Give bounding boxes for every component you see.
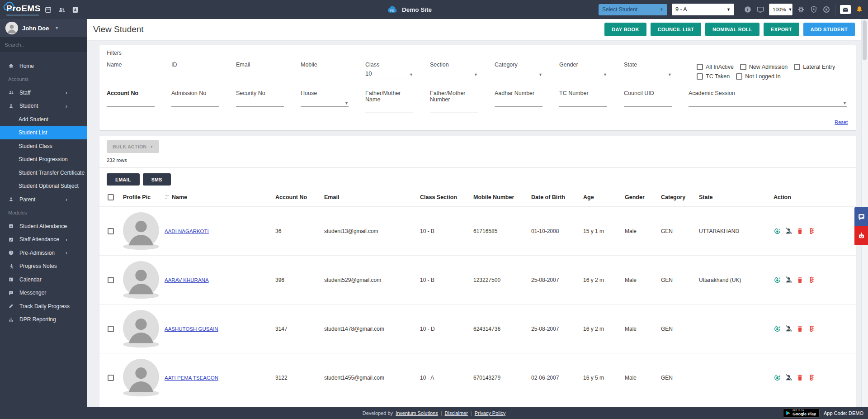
row-checkbox[interactable] <box>108 277 114 283</box>
checkbox-tc-taken[interactable]: TC Taken <box>697 73 730 80</box>
sidebar-item-staff-attendance[interactable]: Staff Attendance› <box>0 233 87 247</box>
traffic-light-icon[interactable] <box>807 374 815 381</box>
sidebar-item-calendar[interactable]: Calendar <box>0 273 87 286</box>
reset-password-icon[interactable] <box>774 227 781 235</box>
sidebar-item-staff[interactable]: Staff› <box>0 86 87 100</box>
filter-input-section[interactable]: ▼ <box>430 68 478 78</box>
notification-bell-icon[interactable] <box>855 5 863 14</box>
sidebar-item-student-progression[interactable]: Student Progression <box>0 153 87 167</box>
sort-icon[interactable] <box>165 195 170 200</box>
privacy-policy-link[interactable]: Privacy Policy <box>475 410 505 416</box>
filter-input-security-no[interactable] <box>236 96 284 107</box>
bulk-action-button[interactable]: BULK ACTION ▼ <box>107 140 159 153</box>
zoom-select[interactable]: 100% ▼ <box>769 4 793 15</box>
settings-gear-icon[interactable] <box>797 5 805 14</box>
student-name-link[interactable]: AATI PEMA TSEAGON <box>165 375 218 381</box>
checkbox-new-admission[interactable]: New Admission <box>740 64 788 70</box>
filter-input-house[interactable]: ▼ <box>301 96 349 107</box>
filter-input-father-mother-number[interactable] <box>430 103 478 113</box>
traffic-light-icon[interactable] <box>807 227 815 235</box>
sidebar-item-progress-notes[interactable]: Progress Notes <box>0 260 87 273</box>
reset-password-icon[interactable] <box>774 276 781 284</box>
app-logo[interactable]: ProEMS <box>6 4 41 16</box>
deactivate-user-icon[interactable] <box>785 276 793 284</box>
sidebar-item-student-class[interactable]: Student Class <box>0 139 87 153</box>
row-checkbox[interactable] <box>108 375 114 381</box>
filter-input-email[interactable] <box>236 68 284 78</box>
mail-icon[interactable] <box>840 5 851 14</box>
filter-input-id[interactable] <box>171 68 219 78</box>
deactivate-user-icon[interactable] <box>785 374 793 381</box>
checkbox-box[interactable] <box>697 64 703 70</box>
checkbox-box[interactable] <box>736 73 742 80</box>
google-play-badge[interactable]: GET IT ON Google Play <box>783 409 820 418</box>
sidebar-item-dpr-reporting[interactable]: DPR Reporting <box>0 313 87 327</box>
id-card-shortcut-icon[interactable] <box>71 6 79 14</box>
student-name-link[interactable]: AARAV KHURANA <box>165 277 209 283</box>
scrollbar-thumb[interactable] <box>863 20 867 60</box>
reset-password-icon[interactable] <box>774 325 781 333</box>
delete-icon[interactable] <box>796 227 804 235</box>
reset-filters-link[interactable]: Reset <box>835 119 848 125</box>
email-button[interactable]: EMAIL <box>107 173 140 186</box>
sidebar-item-student-list[interactable]: Student List <box>0 126 87 140</box>
add-student-button[interactable]: ADD STUDENT <box>803 23 855 36</box>
checkbox-lateral-entry[interactable]: Lateral Entry <box>794 64 835 70</box>
filter-input-admission-no[interactable] <box>171 96 219 107</box>
filter-input-father-mother-name[interactable] <box>365 103 413 113</box>
delete-icon[interactable] <box>796 276 804 284</box>
sidebar-item-messenger[interactable]: Messenger <box>0 286 87 300</box>
select-student-dropdown[interactable]: Select Student ▼ <box>599 4 667 15</box>
class-section-select[interactable]: 9 - A ▼ <box>672 4 734 15</box>
theme-icon[interactable] <box>822 5 830 14</box>
sidebar-item-student-transfer-certificate[interactable]: Student Transfer Certificate <box>0 166 87 180</box>
select-all-checkbox[interactable] <box>108 194 114 200</box>
company-link[interactable]: Inventum Solutions <box>396 410 438 416</box>
council-list-button[interactable]: COUNCIL LIST <box>651 23 701 36</box>
sidebar-item-add-student[interactable]: Add Student <box>0 113 87 126</box>
sidebar-item-student-optional-subject[interactable]: Student Optional Subject <box>0 180 87 193</box>
sidebar-item-track-daily-progress[interactable]: Track Daily Progress <box>0 300 87 313</box>
sidebar-item-pre-admission[interactable]: ?Pre-Admission› <box>0 246 87 260</box>
disclaimer-link[interactable]: Disclaimer <box>445 410 468 416</box>
deactivate-user-icon[interactable] <box>785 325 793 333</box>
sidebar-item-student[interactable]: Student› <box>0 100 87 113</box>
calendar-shortcut-icon[interactable] <box>44 6 52 14</box>
filter-input-tc-number[interactable] <box>559 96 607 107</box>
filter-input-category[interactable]: ▼ <box>495 68 542 78</box>
row-checkbox[interactable] <box>108 326 114 332</box>
search-input[interactable] <box>0 42 87 48</box>
filter-input-class[interactable]: 10▼ <box>365 68 413 78</box>
traffic-light-icon[interactable] <box>807 276 815 284</box>
sidebar-item-parent[interactable]: Parent› <box>0 193 87 206</box>
row-checkbox[interactable] <box>108 228 114 234</box>
chatbot-button[interactable] <box>854 226 868 245</box>
checkbox-box[interactable] <box>697 73 703 80</box>
shield-icon[interactable] <box>810 5 818 14</box>
filter-input-mobile[interactable] <box>301 68 349 78</box>
sidebar-item-student-attendance[interactable]: Student Attendance› <box>0 219 87 233</box>
filter-input-aadhar-number[interactable] <box>495 96 542 107</box>
feedback-button[interactable] <box>854 207 868 226</box>
delete-icon[interactable] <box>796 325 804 333</box>
info-icon[interactable] <box>744 5 752 14</box>
filter-input-council-uid[interactable] <box>624 96 672 107</box>
day-book-button[interactable]: DAY BOOK <box>604 23 646 36</box>
filter-input-name[interactable] <box>107 68 155 78</box>
filter-input-state[interactable]: ▼ <box>624 68 672 78</box>
display-icon[interactable] <box>756 5 764 14</box>
filter-input-academic-session[interactable]: ▼ <box>689 96 847 107</box>
traffic-light-icon[interactable] <box>807 325 815 333</box>
sidebar-item-home[interactable]: Home <box>0 59 87 73</box>
delete-icon[interactable] <box>796 374 804 381</box>
checkbox-not-logged-in[interactable]: Not Logged In <box>736 73 781 80</box>
checkbox-all-inactive[interactable]: All InActive <box>697 64 734 70</box>
sms-button[interactable]: SMS <box>143 173 171 186</box>
deactivate-user-icon[interactable] <box>785 227 793 235</box>
user-menu[interactable]: John Doe ▼ <box>0 19 87 37</box>
checkbox-box[interactable] <box>794 64 800 70</box>
reset-password-icon[interactable] <box>774 374 781 381</box>
student-name-link[interactable]: AASHUTOSH GUSAIN <box>165 326 218 332</box>
staff-shortcut-icon[interactable] <box>58 6 66 14</box>
checkbox-box[interactable] <box>740 64 746 70</box>
